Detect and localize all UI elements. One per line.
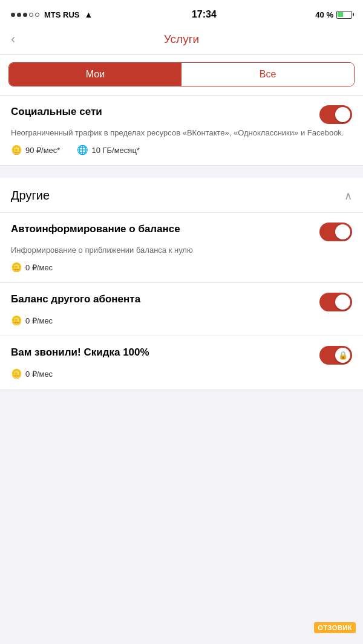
toggle-social[interactable]	[319, 105, 352, 124]
toggle-track-social	[319, 105, 352, 124]
meta-traffic-social: 🌐 10 ГБ/месяц*	[77, 145, 139, 155]
nav-bar: ‹ Услуги	[0, 27, 363, 55]
traffic-label-social: 10 ГБ/месяц*	[91, 146, 139, 155]
toggle-thumb-callback: 🔒	[335, 348, 350, 363]
tab-container: Мои Все	[0, 55, 363, 96]
toggle-autoinfo[interactable]	[319, 223, 352, 241]
section-header-other[interactable]: Другие ∧	[0, 178, 363, 213]
toggle-other-balance[interactable]	[319, 293, 352, 311]
page-title: Услуги	[164, 33, 199, 46]
service-meta-social: 🪙 90 ₽/мес* 🌐 10 ГБ/месяц*	[11, 145, 352, 155]
toggle-thumb-other-balance	[335, 294, 350, 310]
meta-price-autoinfo: 🪙 0 ₽/мес	[11, 262, 53, 273]
toggle-track-other-balance	[319, 293, 352, 311]
status-time: 17:34	[192, 9, 217, 20]
globe-icon-social: 🌐	[77, 145, 88, 155]
chevron-up-icon: ∧	[344, 189, 352, 203]
tab-all[interactable]: Все	[182, 63, 354, 86]
battery-icon	[336, 11, 352, 19]
coin-icon-other-balance: 🪙	[11, 315, 22, 326]
service-header-other-balance: Баланс другого абонента	[11, 293, 352, 311]
toggle-track-callback: 🔒	[319, 346, 352, 365]
dot4	[29, 13, 33, 17]
toggle-callback[interactable]: 🔒	[319, 346, 352, 365]
price-label-autoinfo: 0 ₽/мес	[25, 263, 53, 272]
service-header-autoinfo: Автоинформирование о балансе	[11, 223, 352, 241]
dot2	[17, 13, 21, 17]
service-meta-callback: 🪙 0 ₽/мес	[11, 368, 352, 379]
service-meta-autoinfo: 🪙 0 ₽/мес	[11, 262, 352, 273]
price-label-social: 90 ₽/мес*	[25, 146, 60, 155]
service-item-other-balance: Баланс другого абонента 🪙 0 ₽/мес	[0, 283, 363, 336]
dot3	[23, 13, 27, 17]
coin-icon-callback: 🪙	[11, 368, 22, 379]
service-title-other-balance: Баланс другого абонента	[11, 293, 319, 306]
watermark: ОТЗОВИК	[314, 622, 356, 633]
status-left: MTS RUS ▲	[11, 10, 93, 19]
service-title-callback: Вам звонили! Скидка 100%	[11, 346, 319, 359]
service-title-autoinfo: Автоинформирование о балансе	[11, 223, 319, 236]
meta-price-other-balance: 🪙 0 ₽/мес	[11, 315, 53, 326]
battery-percent: 40 %	[315, 10, 333, 19]
service-item-autoinfo: Автоинформирование о балансе Информирова…	[0, 213, 363, 283]
tab-mine[interactable]: Мои	[9, 63, 182, 86]
section-title-other: Другие	[11, 189, 50, 203]
signal-dots	[11, 13, 39, 17]
back-button[interactable]: ‹	[11, 31, 15, 47]
dot5	[35, 13, 39, 17]
price-label-callback: 0 ₽/мес	[25, 369, 53, 379]
coin-icon-autoinfo: 🪙	[11, 262, 22, 273]
service-title-social: Социальные сети	[11, 105, 319, 119]
coin-icon-social: 🪙	[11, 145, 22, 155]
tab-bar: Мои Все	[8, 62, 355, 86]
service-item-callback: Вам звонили! Скидка 100% 🔒 🪙 0 ₽/мес	[0, 336, 363, 389]
price-label-other-balance: 0 ₽/мес	[25, 316, 53, 325]
lock-icon: 🔒	[338, 351, 348, 360]
meta-price-social: 🪙 90 ₽/мес*	[11, 145, 60, 155]
dot1	[11, 13, 15, 17]
battery-fill	[338, 12, 342, 17]
toggle-thumb-autoinfo	[335, 224, 350, 239]
service-desc-autoinfo: Информирование о приближении баланса к н…	[11, 245, 352, 256]
meta-price-callback: 🪙 0 ₽/мес	[11, 368, 53, 379]
service-desc-social: Неограниченный трафик в пределах ресурсо…	[11, 128, 352, 138]
service-item-social: Социальные сети Неограниченный трафик в …	[0, 96, 363, 166]
status-bar: MTS RUS ▲ 17:34 40 %	[0, 0, 363, 27]
toggle-thumb-social	[335, 107, 350, 122]
service-header-callback: Вам звонили! Скидка 100% 🔒	[11, 346, 352, 365]
status-right: 40 %	[315, 10, 352, 19]
wifi-icon: ▲	[85, 10, 93, 19]
carrier-label: MTS RUS	[44, 10, 80, 19]
toggle-track-autoinfo	[319, 223, 352, 241]
service-header-social: Социальные сети	[11, 105, 352, 124]
service-meta-other-balance: 🪙 0 ₽/мес	[11, 315, 352, 326]
spacer-1	[0, 166, 363, 172]
